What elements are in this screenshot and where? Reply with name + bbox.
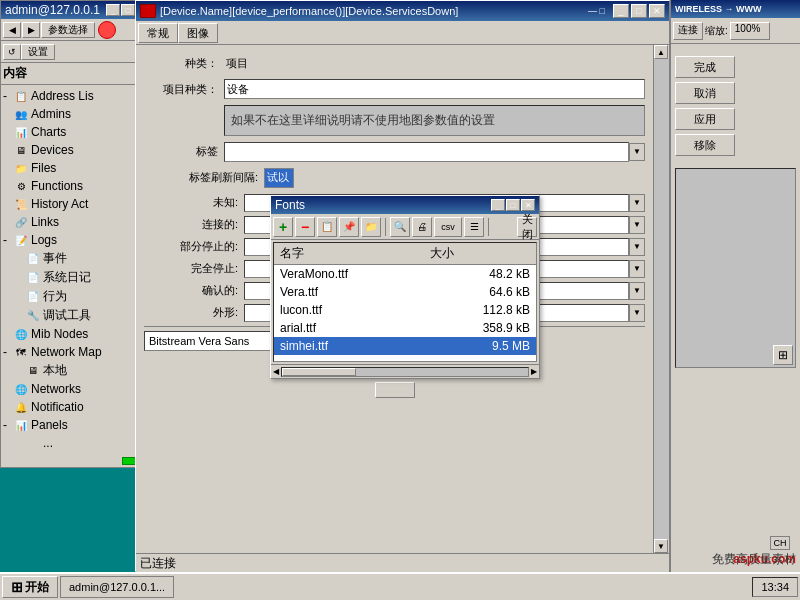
sidebar-item-syslog[interactable]: 📄 系统日记 [3,268,152,287]
sidebar-item-notifications[interactable]: 🔔 Notificatio [3,398,152,416]
dlg-binoculars-btn[interactable]: 🔍 [390,217,410,237]
font-file-row[interactable]: simhei.ttf9.5 MB [274,337,536,355]
font-file-row[interactable]: Vera.ttf64.6 kB [274,283,536,301]
sidebar-item-networks[interactable]: 🌐 Networks [3,380,152,398]
dialog-max-btn[interactable]: □ [506,199,520,211]
scrollbar-thumb[interactable] [282,368,356,376]
sw-refresh-btn[interactable]: ↺ [3,44,21,60]
cancel-btn[interactable]: 取消 [675,82,735,104]
font-file-row[interactable]: VeraMono.ttf48.2 kB [274,265,536,284]
sidebar-item-local[interactable]: 🖥 本地 [3,361,152,380]
sw-max-btn[interactable]: □ [121,4,135,16]
taskbar-clock: 13:34 [752,577,798,597]
files-icon: 📁 [13,160,29,176]
sidebar-item-label: 事件 [43,250,67,267]
sidebar-item-functions[interactable]: ⚙ Functions [3,177,152,195]
tab-image[interactable]: 图像 [178,23,218,43]
item-type-label: 项目种类： [144,82,224,97]
appearance-dropdown[interactable]: ▼ [629,304,645,322]
sidebar-item-behavior[interactable]: 📄 行为 [3,287,152,306]
expand-icon[interactable]: - [3,418,13,432]
apply-btn[interactable]: 应用 [675,108,735,130]
taskbar-app-item[interactable]: admin@127.0.0.1... [60,576,174,598]
sw-forward-btn[interactable]: ▶ [22,22,40,38]
item-type-input[interactable] [224,79,645,99]
dialog-close-btn[interactable]: ✕ [521,199,535,211]
scroll-up-btn[interactable]: ▲ [654,45,668,59]
sidebar-item-mib[interactable]: 🌐 Mib Nodes [3,325,152,343]
functions-icon: ⚙ [13,178,29,194]
full-stop-dropdown[interactable]: ▼ [629,260,645,278]
sw-settings-btn[interactable]: 设置 [21,44,55,60]
sidebar-item-address[interactable]: - 📋 Address Lis [3,87,152,105]
max-btn[interactable]: □ [631,4,647,18]
complete-btn[interactable]: 完成 [675,56,735,78]
type-input[interactable] [224,53,645,73]
grid-expand-btn[interactable]: ⊞ [773,345,793,365]
unknown-dropdown[interactable]: ▼ [629,194,645,212]
fonts-table: 名字 大小 VeraMono.ttf48.2 kBVera.ttf64.6 kB… [274,243,536,355]
scroll-right-btn[interactable]: ▶ [531,367,537,376]
sw-back-btn[interactable]: ◀ [3,22,21,38]
connected-dropdown[interactable]: ▼ [629,216,645,234]
dialog-title-bar: Fonts _ □ ✕ [271,196,539,214]
sidebar-item-panels[interactable]: - 📊 Panels [3,416,152,434]
sidebar-item-charts[interactable]: 📊 Charts [3,123,152,141]
close-btn[interactable]: ✕ [649,4,665,18]
sidebar-item-admins[interactable]: 👥 Admins [3,105,152,123]
col-size-header: 大小 [424,243,536,265]
sw-nav-btn[interactable]: 参数选择 [41,22,95,38]
sidebar-item-label: Logs [31,233,57,247]
expand-icon[interactable]: - [3,345,13,359]
sidebar-item-links[interactable]: 🔗 Links [3,213,152,231]
scroll-left-btn[interactable]: ◀ [273,367,279,376]
address-icon: 📋 [13,88,29,104]
confirmed-dropdown[interactable]: ▼ [629,282,645,300]
expand-icon[interactable]: - [3,233,13,247]
sidebar-item-sub[interactable]: ... [3,434,152,452]
dlg-list-btn[interactable]: ☰ [464,217,484,237]
sidebar-item-netmap[interactable]: - 🗺 Network Map [3,343,152,361]
charts-icon: 📊 [13,124,29,140]
admins-icon: 👥 [13,106,29,122]
wireless-zoom-select[interactable]: 100% [730,22,770,40]
sidebar-item-debug[interactable]: 🔧 调试工具 [3,306,152,325]
ch-indicator: CH [770,536,790,550]
sidebar-item-devices[interactable]: 🖥 Devices [3,141,152,159]
tag-refresh-input[interactable] [264,168,294,188]
dlg-paste-btn[interactable]: 📌 [339,217,359,237]
sidebar-item-logs[interactable]: - 📝 Logs [3,231,152,249]
dialog-min-btn[interactable]: _ [491,199,505,211]
start-button[interactable]: ⊞ 开始 [2,576,58,598]
font-file-size: 48.2 kB [424,265,536,284]
sw-min-btn[interactable]: _ [106,4,120,16]
expand-icon[interactable]: - [3,89,13,103]
dlg-csv-btn[interactable]: csv [434,217,462,237]
status-text: 已连接 [140,555,176,572]
font-file-row[interactable]: lucon.ttf112.8 kB [274,301,536,319]
tag-input[interactable] [224,142,629,162]
tag-dropdown[interactable]: ▼ [629,143,645,161]
sidebar-item-label: Links [31,215,59,229]
event-icon: 📄 [25,251,41,267]
wireless-connect-btn[interactable]: 连接 [673,22,703,40]
min-btn[interactable]: _ [613,4,629,18]
font-file-row[interactable]: arial.ttf358.9 kB [274,319,536,337]
dlg-folder-btn[interactable]: 📁 [361,217,381,237]
remove-btn[interactable]: 移除 [675,134,735,156]
dlg-remove-btn[interactable]: − [295,217,315,237]
scrollbar-track[interactable] [281,367,529,377]
sidebar-item-event[interactable]: 📄 事件 [3,249,152,268]
dlg-add-btn[interactable]: + [273,217,293,237]
sidebar-item-history[interactable]: 📜 History Act [3,195,152,213]
partial-stop-dropdown[interactable]: ▼ [629,238,645,256]
dlg-close-label-btn[interactable]: 关闭 [517,217,537,237]
sidebar-item-label: Address Lis [31,89,94,103]
dlg-copy-btn[interactable]: 📋 [317,217,337,237]
sidebar-item-label: Charts [31,125,66,139]
tab-normal[interactable]: 常规 [138,23,178,43]
sidebar-item-label: 调试工具 [43,307,91,324]
sidebar-item-files[interactable]: 📁 Files [3,159,152,177]
sub-icon [25,435,41,451]
dlg-print-btn[interactable]: 🖨 [412,217,432,237]
